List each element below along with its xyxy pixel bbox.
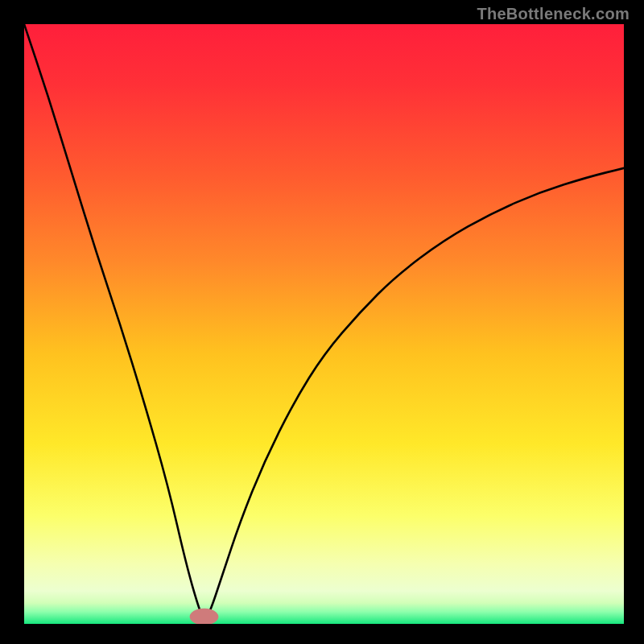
minimum-marker bbox=[190, 609, 219, 624]
plot-area bbox=[24, 24, 624, 624]
curve-layer bbox=[24, 24, 624, 624]
watermark-text: TheBottleneck.com bbox=[477, 5, 630, 23]
chart-stage: TheBottleneck.com bbox=[0, 0, 644, 644]
bottleneck-curve bbox=[24, 24, 624, 618]
